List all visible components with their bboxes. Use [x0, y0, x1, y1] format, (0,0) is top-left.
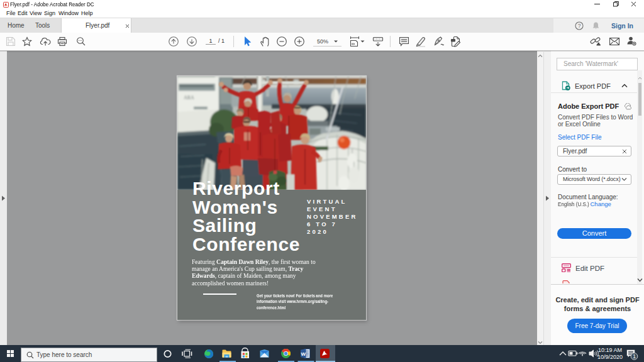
svg-text:1: 1	[633, 353, 636, 359]
svg-text:ARA: ARA	[184, 95, 194, 101]
svg-text:W: W	[301, 351, 306, 357]
svg-text:?: ?	[578, 23, 581, 29]
